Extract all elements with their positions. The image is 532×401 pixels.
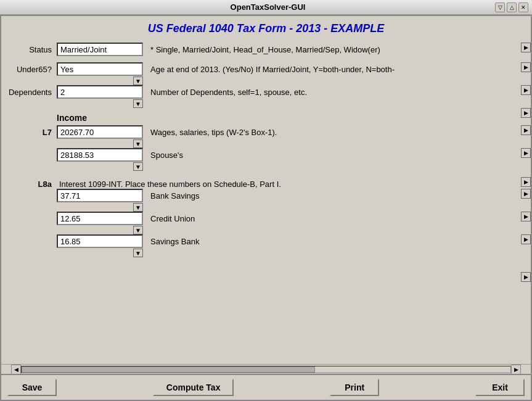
l8a-credit-spacer [1,212,57,214]
under65-right-button[interactable]: ▶ [521,62,531,72]
income-header-row: Income ▶ [1,108,531,125]
income-right-button[interactable]: ▶ [521,108,531,118]
l8a-bank-spacer [1,189,57,191]
exit-button[interactable]: Exit [475,379,525,396]
content-area[interactable]: Status * Single, Married/Joint, Head_of_… [1,39,531,364]
l8a-savings-spacer [1,234,57,237]
print-button[interactable]: Print [330,379,379,396]
l8a-header-row: L8a Interest 1099-INT. Place these numbe… [1,177,531,189]
l7-right-button[interactable]: ▶ [521,125,531,135]
compute-tax-button[interactable]: Compute Tax [153,379,234,396]
scroll-area: Status * Single, Married/Joint, Head_of_… [1,39,531,364]
l8a-savings-right-button[interactable]: ▶ [521,234,531,244]
l7-spouse-input[interactable] [57,148,143,162]
l7-input-group: ▼ [57,125,143,148]
l8a-credit-input-group: ▼ [57,212,143,234]
l8a-bank-expand-button[interactable]: ▼ [133,203,143,212]
close-button[interactable]: ✕ [518,2,528,12]
status-input-group [57,43,143,56]
status-right-button[interactable]: ▶ [521,43,531,52]
under65-row: Under65? ▼ Age at end of 2013. (Yes/No) … [1,62,531,85]
status-description: * Single, Married/Joint, Head_of_House, … [143,43,521,54]
scroll-track[interactable] [21,366,511,373]
l8a-credit-expand-button[interactable]: ▼ [133,226,143,234]
l8a-bank-input[interactable] [57,189,143,202]
under65-label: Under65? [1,62,57,74]
status-label: Status [1,43,57,54]
l7-spouse-right-button[interactable]: ▶ [521,148,531,158]
dependents-label: Dependents [1,85,57,97]
l8a-bank-row: ▼ Bank Savings ▶ [1,189,531,212]
l7-spouse-spacer [1,148,57,151]
l8a-bank-description: Bank Savings [143,189,521,200]
l7-input[interactable] [57,125,143,139]
page-header: US Federal 1040 Tax Form - 2013 - EXAMPL… [1,16,531,39]
l8a-bank-input-group: ▼ [57,189,143,212]
dependents-description: Number of Dependents, self=1, spouse, et… [143,85,521,97]
l8a-description: Interest 1099-INT. Place these numbers o… [57,177,521,189]
title-bar: OpenTaxSolver-GUI ▽ △ ✕ [0,0,532,15]
footer: Save Compute Tax Print Exit [1,374,531,400]
l8a-credit-description: Credit Union [143,212,521,223]
l8a-savings-description: Savings Bank [143,234,521,246]
l8a-savings-input[interactable] [57,234,143,248]
l7-spouse-row: ▼ Spouse's ▶ [1,148,531,171]
scroll-left-arrow[interactable]: ◀ [11,365,21,374]
income-spacer [1,108,57,110]
title-bar-text: OpenTaxSolver-GUI [41,2,495,12]
under65-expand-button[interactable]: ▼ [133,76,143,85]
under65-description: Age at end of 2013. (Yes/No) If Married/… [143,62,521,74]
title-bar-buttons: ▽ △ ✕ [495,2,528,12]
dependents-right-button[interactable]: ▶ [521,85,531,95]
l7-label: L7 [1,125,57,137]
scroll-right-arrow[interactable]: ▶ [511,365,521,374]
page-title: US Federal 1040 Tax Form - 2013 - EXAMPL… [148,22,384,35]
l8a-right-button[interactable]: ▶ [521,177,531,187]
dependents-row: Dependents ▼ Number of Dependents, self=… [1,85,531,108]
l7-description: Wages, salaries, tips (W-2's Box-1). [143,125,521,137]
l7-spouse-input-group: ▼ [57,148,143,171]
scroll-thumb[interactable] [22,366,315,373]
under65-input[interactable] [57,62,143,76]
l7-expand-button[interactable]: ▼ [133,139,143,148]
main-window: US Federal 1040 Tax Form - 2013 - EXAMPL… [0,15,532,401]
l8a-label: L8a [1,177,57,189]
bottom-right-button[interactable]: ▶ [521,272,531,282]
under65-input-group: ▼ [57,62,143,85]
l7-spouse-expand-button[interactable]: ▼ [133,162,143,171]
status-row: Status * Single, Married/Joint, Head_of_… [1,43,531,56]
l8a-savings-input-group: ▼ [57,234,143,257]
l8a-bank-right-button[interactable]: ▶ [521,189,531,199]
l8a-savings-expand-button[interactable]: ▼ [133,249,143,257]
l7-row: L7 ▼ Wages, salaries, tips (W-2's Box-1)… [1,125,531,148]
l7-spouse-description: Spouse's [143,148,521,160]
horizontal-scrollbar[interactable]: ◀ ▶ [1,364,531,374]
maximize-button[interactable]: △ [507,2,517,12]
save-button[interactable]: Save [7,379,57,396]
minimize-button[interactable]: ▽ [495,2,505,12]
l8a-savings-row: ▼ Savings Bank ▶ [1,234,531,257]
status-input[interactable] [57,43,143,56]
income-section-header: Income [57,108,92,125]
l8a-credit-right-button[interactable]: ▶ [521,212,531,221]
l8a-credit-input[interactable] [57,212,143,225]
l8a-credit-row: ▼ Credit Union ▶ [1,212,531,234]
dependents-input[interactable] [57,85,143,99]
dependents-expand-button[interactable]: ▼ [133,99,143,108]
dependents-input-group: ▼ [57,85,143,108]
